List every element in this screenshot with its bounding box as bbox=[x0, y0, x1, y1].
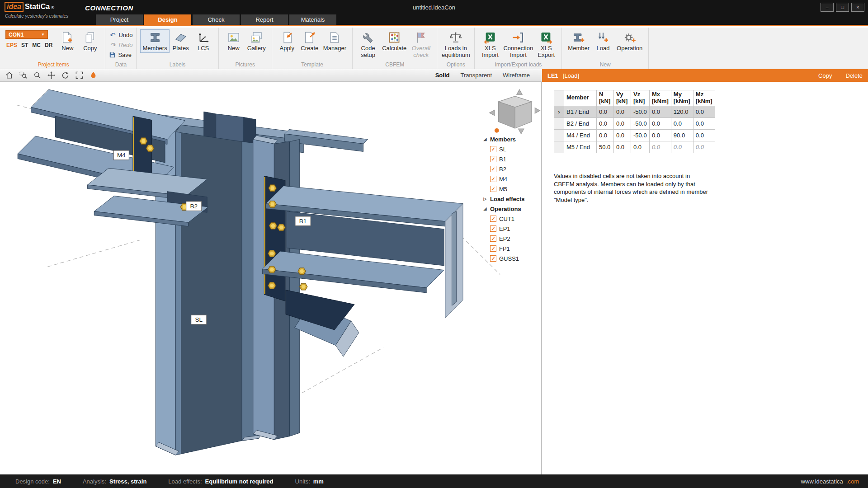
overall-check-button[interactable]: Overall check bbox=[409, 29, 433, 59]
checkbox-checked[interactable]: ✓ bbox=[490, 255, 496, 262]
pan-button[interactable] bbox=[46, 70, 57, 81]
row-selector[interactable] bbox=[554, 117, 564, 129]
cell-mz[interactable]: 0.0 bbox=[693, 129, 715, 141]
tree-item-m4[interactable]: ✓ M4 bbox=[483, 174, 542, 184]
checkbox-checked[interactable]: ✓ bbox=[490, 245, 496, 252]
undo-button[interactable]: ↶ Undo bbox=[109, 31, 132, 39]
row-selector[interactable]: › bbox=[554, 106, 564, 117]
row-selector[interactable] bbox=[554, 129, 564, 141]
cell-mx[interactable]: 0.0 bbox=[650, 106, 671, 117]
xls-import-button[interactable]: XLS Import bbox=[478, 29, 502, 59]
member-label-m4[interactable]: M4 bbox=[113, 150, 129, 160]
minimize-button[interactable]: – bbox=[821, 3, 834, 12]
connection-import-button[interactable]: Connection Import bbox=[502, 29, 534, 59]
cell-vz[interactable]: -50.0 bbox=[631, 117, 650, 129]
redo-button[interactable]: ↷ Redo bbox=[109, 41, 132, 49]
view-mode-solid[interactable]: Solid bbox=[435, 72, 450, 79]
apply-template-button[interactable]: Apply bbox=[276, 29, 298, 53]
cell-mx[interactable]: 0.0 bbox=[650, 129, 671, 141]
cell-n[interactable]: 0.0 bbox=[597, 106, 614, 117]
maximize-button[interactable]: □ bbox=[836, 3, 849, 12]
checkbox-checked[interactable]: ✓ bbox=[490, 166, 496, 172]
copy-item-button[interactable]: Copy bbox=[79, 29, 101, 53]
cell-my[interactable]: 0.0 bbox=[671, 117, 693, 129]
delete-load-button[interactable]: Delete bbox=[845, 72, 863, 79]
cell-n[interactable]: 0.0 bbox=[597, 129, 614, 141]
tree-item-fp1[interactable]: ✓ FP1 bbox=[483, 244, 542, 253]
row-selector[interactable] bbox=[554, 141, 564, 153]
close-button[interactable]: × bbox=[851, 3, 864, 12]
project-item-eps[interactable]: EPS bbox=[6, 42, 17, 48]
member-label-b1[interactable]: B1 bbox=[295, 216, 311, 226]
zoom-button[interactable] bbox=[32, 70, 42, 81]
tree-item-cut1[interactable]: ✓ CUT1 bbox=[483, 214, 542, 224]
view-mode-wireframe[interactable]: Wireframe bbox=[503, 72, 530, 79]
project-item-dr[interactable]: DR bbox=[45, 42, 52, 48]
tree-item-sl[interactable]: ✓ SL bbox=[483, 144, 542, 154]
tab-design[interactable]: Design bbox=[144, 14, 191, 25]
member-label-b2[interactable]: B2 bbox=[186, 202, 202, 211]
connection-selector[interactable]: CON1 ▼ bbox=[5, 30, 48, 39]
checkbox-checked[interactable]: ✓ bbox=[490, 235, 496, 242]
paint-results-button[interactable] bbox=[88, 70, 99, 81]
tree-item-ep2[interactable]: ✓ EP2 bbox=[483, 234, 542, 244]
cell-my[interactable]: 90.0 bbox=[671, 129, 693, 141]
copy-load-button[interactable]: Copy bbox=[818, 72, 832, 79]
tree-item-b1[interactable]: ✓ B1 bbox=[483, 154, 542, 164]
tree-node-members[interactable]: ◢ Members bbox=[483, 134, 542, 144]
zoom-fit-button[interactable] bbox=[74, 70, 85, 81]
new-item-button[interactable]: New bbox=[56, 29, 79, 53]
cell-n[interactable]: 0.0 bbox=[597, 117, 614, 129]
zoom-window-button[interactable] bbox=[18, 70, 28, 81]
view-mode-transparent[interactable]: Transparent bbox=[460, 72, 492, 79]
cell-vy[interactable]: 0.0 bbox=[614, 117, 631, 129]
rotate-button[interactable] bbox=[60, 70, 71, 81]
cell-mz[interactable]: 0.0 bbox=[693, 106, 715, 117]
xls-export-button[interactable]: XLS Export bbox=[534, 29, 558, 59]
calculate-button[interactable]: Calculate bbox=[380, 29, 409, 53]
cell-mz[interactable]: 0.0 bbox=[693, 117, 715, 129]
checkbox-checked[interactable]: ✓ bbox=[490, 225, 496, 232]
model-3d[interactable]: M4 B2 B1 SL bbox=[0, 82, 542, 474]
home-view-button[interactable] bbox=[4, 70, 14, 81]
tree-item-ep1[interactable]: ✓ EP1 bbox=[483, 224, 542, 234]
checkbox-checked[interactable]: ✓ bbox=[490, 146, 496, 152]
cube-rotate-handle[interactable] bbox=[495, 128, 499, 133]
code-setup-button[interactable]: Code setup bbox=[356, 29, 380, 59]
tree-node-operations[interactable]: ◢ Operations bbox=[483, 204, 542, 214]
template-manager-button[interactable]: Manager bbox=[321, 29, 349, 53]
checkbox-checked[interactable]: ✓ bbox=[490, 156, 496, 162]
tab-materials[interactable]: Materials bbox=[289, 14, 336, 25]
new-operation-button[interactable]: Operation bbox=[614, 29, 645, 53]
checkbox-checked[interactable]: ✓ bbox=[490, 216, 496, 222]
tab-project[interactable]: Project bbox=[96, 14, 143, 25]
cell-vy[interactable]: 0.0 bbox=[614, 129, 631, 141]
viewport-3d[interactable]: M4 B2 B1 SL ◢ Members bbox=[0, 82, 542, 474]
project-item-st[interactable]: ST bbox=[21, 42, 28, 48]
loads-in-equilibrium-button[interactable]: Loads in equilibrium bbox=[441, 29, 471, 59]
plates-labels-button[interactable]: Plates bbox=[170, 29, 192, 53]
cell-mx[interactable]: 0.0 bbox=[650, 117, 671, 129]
save-button[interactable]: Save bbox=[109, 51, 132, 59]
tree-item-guss1[interactable]: ✓ GUSS1 bbox=[483, 253, 542, 263]
tree-node-load-effects[interactable]: ▷ Load effects bbox=[483, 194, 542, 204]
tab-report[interactable]: Report bbox=[241, 14, 288, 25]
checkbox-checked[interactable]: ✓ bbox=[490, 176, 496, 182]
cell-vz[interactable]: -50.0 bbox=[631, 129, 650, 141]
navigation-cube[interactable] bbox=[490, 89, 540, 134]
gallery-button[interactable]: Gallery bbox=[245, 29, 268, 53]
tree-item-m5[interactable]: ✓ M5 bbox=[483, 184, 542, 194]
new-load-button[interactable]: Load bbox=[592, 29, 614, 53]
members-labels-button[interactable]: Members bbox=[140, 29, 169, 53]
cell-vy[interactable]: 0.0 bbox=[614, 106, 631, 117]
new-member-button[interactable]: Member bbox=[566, 29, 592, 53]
new-picture-button[interactable]: New bbox=[222, 29, 245, 53]
project-item-mc[interactable]: MC bbox=[32, 42, 41, 48]
website-link[interactable]: www.ideastatica.com bbox=[801, 478, 859, 485]
cell-n[interactable]: 50.0 bbox=[597, 141, 614, 153]
create-template-button[interactable]: Create bbox=[298, 29, 321, 53]
cell-my[interactable]: 120.0 bbox=[671, 106, 693, 117]
cell-vz[interactable]: -50.0 bbox=[631, 106, 650, 117]
tab-check[interactable]: Check bbox=[193, 14, 240, 25]
cell-vz[interactable]: 0.0 bbox=[631, 141, 650, 153]
